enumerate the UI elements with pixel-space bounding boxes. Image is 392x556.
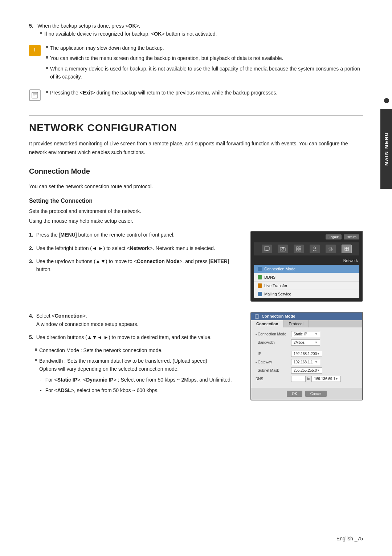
bandwidth-field[interactable]: 2Mbps ▼ [291, 339, 320, 346]
network-active-icon [342, 245, 352, 253]
svg-rect-5 [266, 250, 268, 251]
bullet-text-1: Connection Mode : Sets the network conne… [39, 346, 163, 354]
menu-item-mailing-service[interactable]: Mailing Service [254, 290, 359, 298]
connection-mode-title: Connection Mode [29, 167, 363, 178]
step-5-sub: If no available device is recognized for… [40, 30, 363, 38]
bullet-icon-bw [35, 359, 37, 361]
step-5-sub-text: If no available device is recognized for… [44, 30, 217, 38]
svg-rect-8 [282, 247, 284, 248]
svg-rect-4 [264, 247, 269, 250]
step-5-num: 5. [29, 23, 33, 29]
step-3-text: Use the up/down buttons (▲▼) to move to … [36, 257, 240, 274]
return-button[interactable]: Return [344, 234, 359, 239]
svg-point-13 [314, 247, 316, 249]
screenshot-col-2: Connection Mode Connection Protocol - Co… [250, 312, 363, 400]
screen2-body: - Connection Mode Static IP ▼ - Bandwidt… [251, 327, 362, 388]
screen2-row-bandwidth: - Bandwidth 2Mbps ▼ [256, 339, 358, 346]
step-4: 4. Select <Connection>.A window of conne… [29, 312, 240, 328]
dns-separator: to [307, 377, 310, 381]
steps-list-1: 1. Press the [MENU] button on the remote… [29, 231, 240, 274]
live-transfer-label: Live Transfer [264, 283, 287, 288]
dns-primary-field[interactable]: ........ [291, 376, 306, 382]
steps-col-1: 1. Press the [MENU] button on the remote… [29, 231, 240, 279]
cancel-button[interactable]: Cancel [305, 391, 327, 397]
dropdown-arrow-2: ▼ [317, 352, 320, 355]
monitor-icon [262, 245, 272, 253]
conn-mode-field[interactable]: Static IP ▼ [291, 331, 320, 337]
notice-item-3: When a memory device is used for backup,… [46, 65, 363, 81]
screen2-footer: OK Cancel [251, 388, 362, 400]
bullet-icon-conn [35, 348, 37, 351]
screen2-row-ip: - IP 192.168.1.200 ▼ [256, 351, 358, 357]
mailing-service-label: Mailing Service [264, 292, 291, 296]
tab-connection[interactable]: Connection [251, 320, 284, 327]
dash-icon-1: - [40, 376, 42, 384]
sub-bullet-text-2: For <ADSL>, select one from 50 kbps ~ 60… [45, 386, 159, 394]
bullet-icon-2 [46, 56, 48, 59]
screenshot-col-1: Logout Return [250, 231, 363, 302]
dropdown-arrow-0: ▼ [315, 333, 318, 336]
setting-desc2: Using the mouse may help make setup easi… [29, 217, 363, 225]
menu-item-connection-mode[interactable]: Connection Mode [254, 265, 359, 273]
step-3: 3. Use the up/down buttons (▲▼) to move … [29, 257, 240, 274]
network-config-desc: It provides networked monitoring of Live… [29, 140, 363, 157]
step-5-text: When the backup setup is done, press <OK… [37, 23, 140, 29]
ok-button[interactable]: OK [287, 391, 302, 397]
ddns-icon [258, 275, 262, 279]
dns-field-group: ........ to 169.136.69.1 ▼ [291, 376, 341, 382]
bullet-item-1: Connection Mode : Sets the network conne… [35, 346, 240, 354]
page-container: MAIN MENU 5. When the backup setup is do… [0, 0, 392, 556]
notice-item-2: You can switch to the menu screen during… [46, 54, 363, 62]
notice-text-3: When a memory device is used for backup,… [50, 65, 363, 81]
sub-bullet-text-1: For <Static IP>, <Dynamic IP> : Select o… [45, 376, 232, 384]
setting-desc1: Sets the protocol and environment of the… [29, 207, 363, 215]
two-col-layout: 1. Press the [MENU] button on the remote… [29, 231, 363, 302]
svg-point-15 [329, 247, 332, 251]
steps-list-2: 4. Select <Connection>.A window of conne… [29, 312, 240, 341]
network-config-title: NETWORK CONFIGURATION [29, 122, 363, 134]
menu-item-live-transfer[interactable]: Live Transfer [254, 282, 359, 290]
step-2-num: 2. [29, 244, 33, 252]
side-dot [384, 98, 389, 103]
connection-mode-icon [258, 267, 262, 271]
subnet-field[interactable]: 255.255.255.0 ▼ [291, 367, 322, 374]
note-box: Pressing the <Exit> during the backup wi… [29, 89, 363, 101]
side-tab: MAIN MENU [380, 109, 392, 189]
step-4-num: 4. [29, 312, 33, 328]
svg-point-14 [330, 248, 332, 250]
gateway-field[interactable]: 192.168.1.1 ▼ [291, 359, 320, 365]
page-footer: English _75 [336, 536, 363, 541]
section-divider [29, 116, 363, 116]
conn-mode-label: - Connection Mode [256, 332, 288, 336]
network-menu-screenshot: Logout Return [250, 231, 363, 302]
step-5-lower: 5. Use direction buttons (▲▼◄ ►) to move… [29, 333, 240, 341]
dns-secondary-field[interactable]: 169.136.69.1 ▼ [311, 376, 340, 382]
logout-button[interactable]: Logout [326, 234, 342, 239]
step-1-text: Press the [MENU] button on the remote co… [36, 231, 175, 239]
bullet-icon-3 [46, 67, 48, 69]
note-item: Pressing the <Exit> during the backup wi… [46, 89, 277, 97]
svg-rect-0 [32, 92, 38, 98]
section-gap [256, 348, 358, 351]
screen2-row-subnet: - Subnet Mask 255.255.255.0 ▼ [256, 367, 358, 374]
dropdown-arrow-1: ▼ [315, 341, 318, 344]
dropdown-arrow-5: ▼ [335, 377, 338, 380]
step-2: 2. Use the left/right button (◄ ►) to se… [29, 244, 240, 252]
step-1-num: 1. [29, 231, 33, 239]
step-5-item: 5. When the backup setup is done, press … [29, 22, 363, 38]
bullet-item-2: Bandwidth : Sets the maximum data flow t… [35, 357, 240, 373]
page-number: English _75 [336, 536, 363, 541]
step-5-lower-text: Use direction buttons (▲▼◄ ►) to move to… [36, 333, 212, 341]
screen2-tabs: Connection Protocol [251, 320, 362, 327]
menu-item-ddns[interactable]: DDNS [254, 273, 359, 282]
side-tab-label: MAIN MENU [384, 132, 389, 166]
bullet-text-2: Bandwidth : Sets the maximum data flow t… [39, 357, 207, 373]
network-menu-list: Connection Mode DDNS Live Transfer Maili… [254, 265, 359, 298]
notice-icon: ! [29, 45, 41, 56]
ip-field[interactable]: 192.168.1.200 ▼ [291, 351, 322, 357]
notice-box: ! The application may slow down during t… [29, 44, 363, 83]
person-icon [310, 245, 320, 253]
connection-mode-screenshot: Connection Mode Connection Protocol - Co… [250, 312, 363, 400]
bottom-steps-col: 4. Select <Connection>.A window of conne… [29, 312, 240, 397]
tab-protocol[interactable]: Protocol [284, 320, 309, 327]
